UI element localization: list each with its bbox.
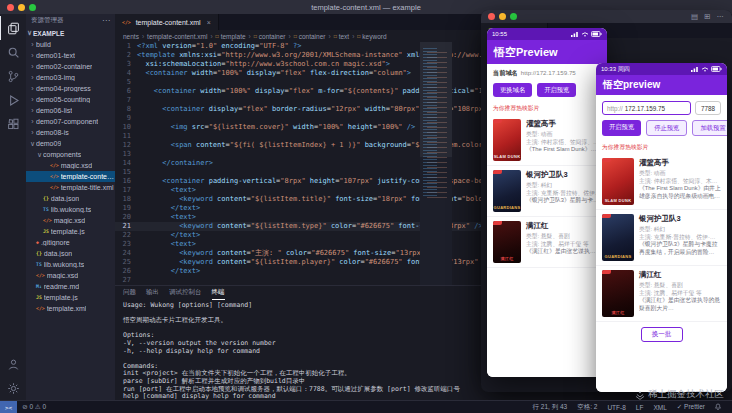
- status-item[interactable]: XML: [648, 404, 671, 411]
- traffic-lights: [481, 13, 517, 20]
- phone1-movie-list: SLAM DUNK灌篮高手类型: 动画主演: 仲村宗悟、笠间淳、木村昴 等《Th…: [487, 115, 607, 268]
- remote-indicator[interactable]: ><: [0, 401, 17, 413]
- close-window-icon[interactable]: [488, 13, 495, 20]
- hot-ribbon: [493, 119, 502, 123]
- tree-item-data.json[interactable]: {}data.json: [26, 248, 115, 259]
- phone1-content: 当前域名http://172.17.159.75 更换域名开启预览 为你推荐热映…: [487, 64, 607, 377]
- chevron-down-icon: ∨: [26, 29, 33, 37]
- tree-item-template.js[interactable]: JStemplate.js: [26, 226, 115, 237]
- status-item[interactable]: ✓ Prettier: [672, 403, 710, 411]
- tree-item-demo02-container[interactable]: ›demo02-container: [26, 61, 115, 72]
- tree-item-demo04-progress[interactable]: ›demo04-progress: [26, 83, 115, 94]
- status-item[interactable]: LF: [631, 404, 649, 411]
- minimize-window-icon[interactable]: [18, 4, 25, 11]
- tree-item-template-title.xml[interactable]: </>template-title.xml: [26, 182, 115, 193]
- tree-item-template-content.xml[interactable]: </>template-content.xml: [26, 171, 115, 182]
- wifi-icon: [581, 31, 589, 37]
- movie-poster: SLAM DUNK: [602, 158, 634, 205]
- recommend-label: 为你推荐热映影片: [596, 141, 727, 154]
- tree-item-data.json[interactable]: {}data.json: [26, 193, 115, 204]
- minimap[interactable]: [420, 42, 452, 285]
- phone2-button-1[interactable]: 停止预览: [646, 120, 687, 136]
- phone2-app-title: 悟空preview: [596, 75, 727, 95]
- tree-item-magic.xsd[interactable]: </>magic.xsd: [26, 215, 115, 226]
- movie-card-灌篮高手[interactable]: SLAM DUNK灌篮高手类型: 动画主演: 仲村宗悟、笠间淳、木村昴 等《Th…: [596, 154, 727, 210]
- tree-item-demo05-counting[interactable]: ›demo05-counting: [26, 94, 115, 105]
- explorer-icon[interactable]: [0, 16, 26, 40]
- phone1-button-0[interactable]: 更换域名: [493, 83, 532, 97]
- breadcrumb-item[interactable]: template-content.xml: [147, 33, 207, 40]
- tree-item-magic.xsd[interactable]: </>magic.xsd: [26, 160, 115, 171]
- refresh-list-button[interactable]: 换一批: [641, 327, 683, 342]
- status-item[interactable]: UTF-8: [602, 404, 630, 411]
- status-item[interactable]: 行 21, 列 43: [527, 403, 572, 412]
- tree-item-magic.xsd[interactable]: </>magic.xsd: [26, 270, 115, 281]
- search-icon[interactable]: [0, 40, 26, 64]
- port-input[interactable]: 7788: [695, 101, 721, 115]
- close-tab-icon[interactable]: ×: [207, 19, 211, 26]
- breadcrumb-item[interactable]: nents: [123, 33, 139, 40]
- run-debug-icon[interactable]: [0, 88, 26, 112]
- movie-card-满江红[interactable]: 满江红满江红类型: 悬疑、喜剧主演: 沈腾、易烊千玺 等《满江红》是由张艺谋执导…: [487, 217, 607, 268]
- tree-item-lib.wukong.ts[interactable]: TSlib.wukong.ts: [26, 204, 115, 215]
- tree-item-components[interactable]: ∨components: [26, 149, 115, 160]
- minimize-window-icon[interactable]: [499, 13, 506, 20]
- tree-item-demo03-img[interactable]: ›demo03-img: [26, 72, 115, 83]
- tree-item-demo08-is[interactable]: ›demo08-is: [26, 127, 115, 138]
- split-editor-icon[interactable]: ⊞: [704, 12, 710, 21]
- tree-item-demo01-text[interactable]: ›demo01-text: [26, 50, 115, 61]
- file-tree: ›build›demo01-text›demo02-container›demo…: [26, 39, 115, 314]
- more-actions-icon[interactable]: ⋯: [717, 12, 725, 21]
- more-actions-icon[interactable]: ⋯: [102, 16, 110, 25]
- phone2-button-2[interactable]: 加载预置: [692, 120, 727, 136]
- json-file-icon: {}: [43, 196, 49, 201]
- tree-item-demo06-list[interactable]: ›demo06-list: [26, 105, 115, 116]
- source-control-icon[interactable]: [0, 64, 26, 88]
- movie-card-银河护卫队3[interactable]: GUARDIANS银河护卫队3类型: 科幻主演: 克里斯·普拉特、佐伊·索尔达娜…: [487, 166, 607, 217]
- status-item[interactable]: 空格: 2: [572, 403, 602, 412]
- movie-card-满江红[interactable]: 满江红满江红类型: 悬疑、喜剧主演: 沈腾、易烊千玺 等《满江红》是由张艺谋执导…: [596, 266, 727, 322]
- panel-tab-问题[interactable]: 问题: [123, 286, 136, 300]
- tree-item-readme.md[interactable]: M↓readme.md: [26, 281, 115, 292]
- breadcrumb-item[interactable]: □keyword: [357, 33, 386, 40]
- phone2-buttons: 开启预览停止预览加载预置: [596, 117, 727, 141]
- folder-chevron-icon: ›: [29, 52, 36, 59]
- zoom-window-icon[interactable]: [510, 13, 517, 20]
- tree-item-demo09[interactable]: ∨demo09: [26, 138, 115, 149]
- workspace-section-header[interactable]: ∨ EXAMPLE: [26, 27, 115, 39]
- phone1-statusbar: 10:55: [487, 28, 607, 40]
- statusbar-right: 行 21, 列 43空格: 2UTF-8LFXML✓ Prettier: [527, 403, 732, 412]
- phone2-button-0[interactable]: 开启预览: [602, 120, 641, 136]
- layout-icon[interactable]: ▤: [691, 12, 698, 21]
- host-input[interactable]: http://172.17.159.75: [602, 101, 691, 115]
- extensions-icon[interactable]: [0, 112, 26, 136]
- breadcrumb-item[interactable]: □text: [334, 33, 350, 40]
- xml-file-icon: </>: [36, 306, 45, 311]
- panel-tab-调试控制台[interactable]: 调试控制台: [169, 286, 202, 300]
- folder-chevron-icon: ›: [29, 63, 36, 70]
- panel-tab-输出[interactable]: 输出: [146, 286, 159, 300]
- breadcrumb-item[interactable]: □template: [216, 33, 246, 40]
- zoom-window-icon[interactable]: [29, 4, 36, 11]
- breadcrumb-item[interactable]: □container: [254, 33, 286, 40]
- tree-item-demo07-component[interactable]: ›demo07-component: [26, 116, 115, 127]
- panel-tab-终端[interactable]: 终端: [212, 286, 225, 300]
- tree-item-lib.wukong.ts[interactable]: TSlib.wukong.ts: [26, 259, 115, 270]
- movie-card-银河护卫队3[interactable]: GUARDIANS银河护卫队3类型: 科幻主演: 克里斯·普拉特、佐伊·索尔达娜…: [596, 210, 727, 266]
- tree-item-template.xml[interactable]: </>template.xml: [26, 303, 115, 314]
- tree-item-build[interactable]: ›build: [26, 39, 115, 50]
- settings-gear-icon[interactable]: [0, 376, 26, 400]
- tree-item-.gitignore[interactable]: ◆.gitignore: [26, 237, 115, 248]
- account-icon[interactable]: [0, 352, 26, 376]
- tab-template-content-xml[interactable]: </> template-content.xml ×: [115, 14, 219, 30]
- folder-chevron-icon: ›: [29, 41, 36, 48]
- tree-item-template.js[interactable]: JStemplate.js: [26, 292, 115, 303]
- folder-chevron-icon: ∨: [36, 151, 43, 159]
- phone1-button-1[interactable]: 开启预览: [537, 83, 576, 97]
- notifications-bell-icon[interactable]: [710, 403, 726, 412]
- close-window-icon[interactable]: [7, 4, 14, 11]
- movie-card-灌篮高手[interactable]: SLAM DUNK灌篮高手类型: 动画主演: 仲村宗悟、笠间淳、木村昴 等《Th…: [487, 115, 607, 166]
- problems-status[interactable]: ⊘ 0 ⚠ 0: [17, 403, 51, 411]
- panel-tabs: 问题输出调试控制台终端: [123, 286, 225, 300]
- breadcrumb-item[interactable]: □container: [294, 33, 326, 40]
